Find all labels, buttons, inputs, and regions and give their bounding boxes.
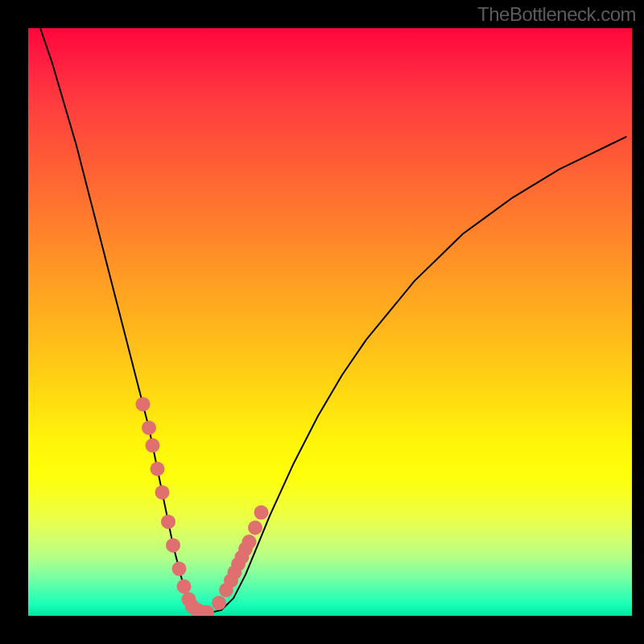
- plot-area: [28, 28, 632, 616]
- data-marker: [172, 562, 187, 576]
- bottleneck-curve: [40, 28, 626, 613]
- data-marker: [161, 514, 175, 529]
- data-marker: [151, 462, 165, 477]
- data-marker: [242, 535, 257, 549]
- data-marker: [248, 521, 262, 535]
- watermark-text: TheBottleneck.com: [477, 3, 636, 26]
- chart-frame: TheBottleneck.com: [0, 0, 644, 644]
- markers-group: [136, 397, 269, 616]
- data-marker: [142, 420, 156, 435]
- data-marker: [166, 538, 180, 552]
- data-marker: [136, 397, 151, 411]
- data-marker: [212, 596, 226, 610]
- data-marker: [146, 438, 160, 452]
- curve-layer: [28, 28, 632, 616]
- data-marker: [155, 485, 170, 500]
- data-marker: [254, 506, 269, 520]
- data-marker: [177, 580, 192, 594]
